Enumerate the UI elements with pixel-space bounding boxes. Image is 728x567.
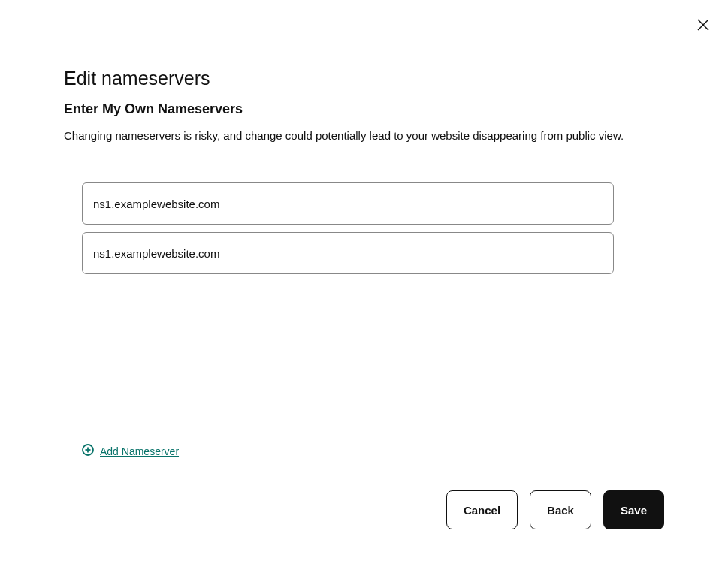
nameserver-input-1[interactable]	[82, 182, 614, 225]
modal-warning-text: Changing nameservers is risky, and chang…	[64, 128, 664, 143]
modal-title: Edit nameservers	[64, 68, 664, 89]
edit-nameservers-modal: Edit nameservers Enter My Own Nameserver…	[0, 0, 728, 567]
close-icon	[696, 18, 710, 34]
nameserver-input-2[interactable]	[82, 232, 614, 274]
close-button[interactable]	[693, 15, 713, 37]
add-nameserver-button[interactable]: Add Nameserver	[82, 444, 179, 458]
plus-circle-icon	[82, 444, 94, 458]
add-nameserver-wrap: Add Nameserver	[64, 444, 664, 459]
modal-content: Edit nameservers Enter My Own Nameserver…	[0, 0, 728, 559]
modal-footer: Cancel Back Save	[64, 490, 664, 529]
back-button[interactable]: Back	[530, 490, 591, 529]
add-nameserver-label: Add Nameserver	[100, 445, 179, 457]
save-button[interactable]: Save	[603, 490, 664, 529]
modal-subtitle: Enter My Own Nameservers	[64, 101, 664, 117]
nameserver-inputs	[64, 182, 664, 282]
cancel-button[interactable]: Cancel	[446, 490, 518, 529]
